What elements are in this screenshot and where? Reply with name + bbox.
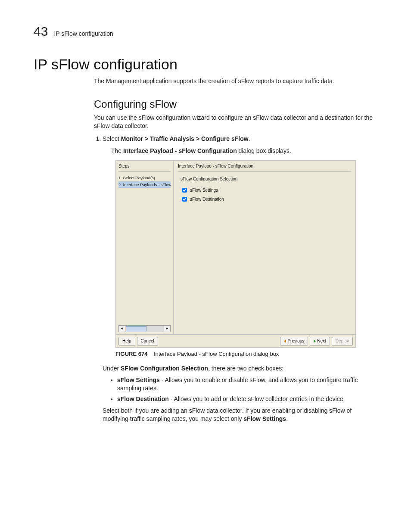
step1-menu-path: Monitor > Traffic Analysis > Configure s… — [121, 135, 249, 142]
checkbox-sflow-destination[interactable] — [182, 197, 187, 202]
dialog-step-item-2[interactable]: 2. Interface Payloads - sFlow Configu — [118, 181, 171, 188]
para-select-both: Select both if you are adding an sFlow d… — [103, 407, 377, 423]
dialog-step-item-1[interactable]: 1. Select Payload(s) — [118, 174, 171, 181]
step1-result: The Interface Payload - sFlow Configurat… — [111, 146, 377, 155]
intro-paragraph: The Management application supports the … — [94, 77, 377, 85]
dialog-content-separator — [178, 171, 351, 172]
chapter-text: IP sFlow configuration — [54, 30, 113, 37]
step1-result-a: The — [111, 147, 123, 154]
bullet-list: sFlow Settings - Allows you to enable or… — [103, 376, 377, 403]
bullet-sflow-settings: sFlow Settings - Allows you to enable or… — [117, 376, 377, 392]
dialog-main: Steps 1. Select Payload(s) 2. Interface … — [116, 161, 355, 335]
para2-a: Under — [103, 365, 121, 372]
running-header: 43 IP sFlow configuration — [34, 24, 377, 39]
checkbox-sflow-settings[interactable] — [182, 188, 187, 193]
step1-result-b: Interface Payload - sFlow Configuration — [123, 147, 237, 154]
cancel-button[interactable]: Cancel — [137, 337, 158, 345]
scroll-left-arrow-icon[interactable]: ◄ — [119, 326, 125, 332]
step-1: Select Monitor > Traffic Analysis > Conf… — [103, 134, 377, 423]
para3-b: sFlow Settings — [243, 415, 286, 422]
next-button-label: Next — [317, 339, 326, 343]
dialog-steps-separator — [118, 171, 171, 172]
step1-prefix: Select — [103, 135, 121, 142]
dialog-steps-scrollbar[interactable]: ◄ ► — [118, 325, 171, 332]
bullet-2-bold: sFlow Destination — [117, 395, 169, 402]
help-button[interactable]: Help — [118, 337, 135, 345]
dialog-content-panel: Interface Payload - sFlow Configuration … — [174, 161, 355, 335]
scroll-right-arrow-icon[interactable]: ► — [164, 326, 170, 332]
checkbox-label-sflow-settings: sFlow Settings — [190, 187, 218, 194]
figure-label: FIGURE 674 — [115, 351, 147, 357]
dialog-screenshot: Steps 1. Select Payload(s) 2. Interface … — [115, 160, 356, 348]
checkbox-label-sflow-destination: sFlow Destination — [190, 196, 224, 203]
section-intro: You can use the sFlow configuration wiza… — [94, 114, 377, 130]
dialog-steps-label: Steps — [118, 163, 171, 170]
checkbox-row-sflow-settings[interactable]: sFlow Settings — [181, 187, 351, 194]
scroll-track[interactable] — [147, 326, 164, 332]
page-title: IP sFlow configuration — [34, 56, 377, 73]
next-arrow-icon — [314, 339, 316, 343]
para3-a: Select both if you are adding an sFlow d… — [103, 407, 352, 422]
dialog-button-bar: Help Cancel Previous Next — [116, 334, 355, 347]
body: The Management application supports the … — [94, 77, 377, 423]
step1-suffix: . — [249, 135, 250, 142]
next-button[interactable]: Next — [310, 337, 330, 345]
dialog-steps-panel: Steps 1. Select Payload(s) 2. Interface … — [116, 161, 174, 335]
bullet-sflow-destination: sFlow Destination - Allows you to add or… — [117, 395, 377, 403]
scroll-thumb[interactable] — [126, 326, 146, 331]
previous-button-label: Previous — [287, 339, 304, 343]
previous-arrow-icon — [284, 339, 286, 343]
figure-caption: FIGURE 674 Interface Payload - sFlow Con… — [115, 350, 377, 358]
section-heading: Configuring sFlow — [94, 98, 377, 110]
figure-caption-text: Interface Payload - sFlow Configuration … — [154, 351, 279, 357]
dialog-subtitle: sFlow Configuration Selection — [181, 176, 351, 183]
dialog-content-title: Interface Payload - sFlow Configuration — [178, 163, 351, 170]
deploy-button[interactable]: Deploy — [332, 337, 353, 345]
para3-c: . — [286, 415, 288, 422]
para-under-sflow-selection: Under SFlow Configuration Selection, the… — [103, 364, 377, 373]
chapter-number: 43 — [34, 24, 48, 39]
bullet-2-text: - Allows you to add or delete sFlow coll… — [169, 395, 345, 402]
previous-button[interactable]: Previous — [280, 337, 308, 345]
bullet-1-bold: sFlow Settings — [117, 376, 160, 383]
checkbox-row-sflow-destination[interactable]: sFlow Destination — [181, 196, 351, 203]
page: 43 IP sFlow configuration IP sFlow confi… — [0, 0, 411, 532]
para2-c: , there are two check boxes: — [208, 365, 283, 372]
step-list: Select Monitor > Traffic Analysis > Conf… — [94, 134, 377, 423]
step1-result-c: dialog box displays. — [237, 147, 291, 154]
para2-b: SFlow Configuration Selection — [121, 365, 208, 372]
